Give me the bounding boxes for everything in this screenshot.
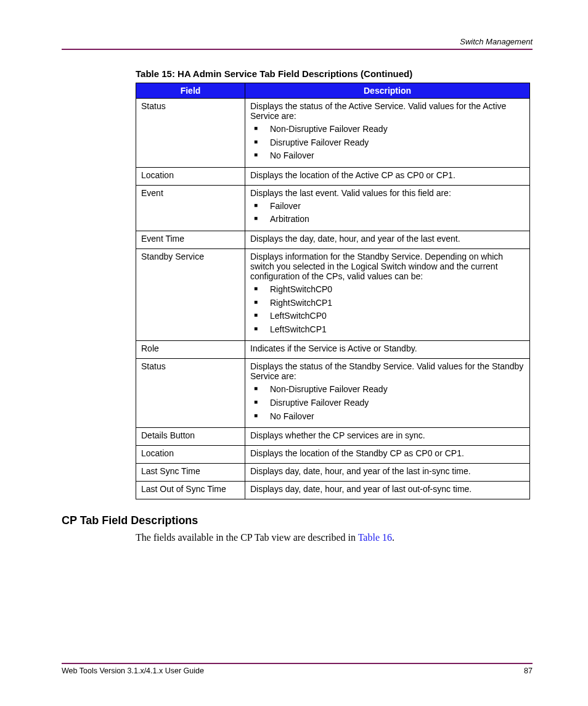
bullet-item: Disruptive Failover Ready [250, 397, 525, 409]
table-row: Details ButtonDisplays whether the CP se… [136, 428, 530, 446]
cell-field: Last Out of Sync Time [136, 482, 245, 499]
cell-description: Displays whether the CP services are in … [245, 428, 530, 446]
bullet-item: Disruptive Failover Ready [250, 137, 525, 149]
cell-field: Location [136, 446, 245, 464]
section-body-post: . [392, 532, 394, 543]
cell-description-text: Displays the last event. Valid values fo… [250, 188, 525, 198]
table-row: Last Sync TimeDisplays day, date, hour, … [136, 464, 530, 482]
cell-field: Event [136, 185, 245, 231]
table-caption: Table 15: HA Admin Service Tab Field Des… [62, 68, 533, 79]
cell-description-text: Displays information for the Standby Ser… [250, 252, 525, 281]
cell-description-text: Displays the status of the Active Servic… [250, 101, 525, 121]
cell-description-text: Displays the day, date, hour, and year o… [250, 234, 525, 244]
cell-field: Details Button [136, 428, 245, 446]
bullet-item: No Failover [250, 150, 525, 162]
table-row: StatusDisplays the status of the Active … [136, 99, 530, 168]
table-row: RoleIndicates if the Service is Active o… [136, 341, 530, 359]
th-description: Description [245, 83, 530, 99]
table-row: Last Out of Sync TimeDisplays day, date,… [136, 482, 530, 499]
bullet-item: Failover [250, 200, 525, 213]
cell-description-text: Indicates if the Service is Active or St… [250, 343, 525, 353]
cell-field: Last Sync Time [136, 464, 245, 482]
cell-description-text: Displays the location of the Standby CP … [250, 448, 525, 458]
footer-page-number: 87 [524, 667, 533, 675]
cell-description: Displays the day, date, hour, and year o… [245, 231, 530, 248]
footer-rule [62, 663, 533, 664]
bullet-item: No Failover [250, 411, 525, 423]
table-row: LocationDisplays the location of the Act… [136, 167, 530, 185]
bullet-item: Non-Disruptive Failover Ready [250, 123, 525, 136]
cell-description-text: Displays the location of the Active CP a… [250, 170, 525, 180]
page-footer: Web Tools Version 3.1.x/4.1.x User Guide… [62, 663, 533, 675]
bullet-item: Arbitration [250, 213, 525, 226]
cell-description: Indicates if the Service is Active or St… [245, 341, 530, 359]
bullet-item: RightSwitchCP0 [250, 284, 525, 296]
table-row: EventDisplays the last event. Valid valu… [136, 185, 530, 231]
cell-description-text: Displays the status of the Standby Servi… [250, 361, 525, 381]
cell-field: Status [136, 359, 245, 428]
page-header-section: Switch Management [62, 37, 533, 46]
cell-description: Displays the location of the Standby CP … [245, 446, 530, 464]
bullet-list: RightSwitchCP0RightSwitchCP1LeftSwitchCP… [250, 284, 525, 335]
bullet-item: Non-Disruptive Failover Ready [250, 384, 525, 396]
cell-description-text: Displays day, date, hour, and year of la… [250, 484, 525, 494]
cell-description: Displays day, date, hour, and year of th… [245, 464, 530, 482]
table-row: LocationDisplays the location of the Sta… [136, 446, 530, 464]
cell-field: Standby Service [136, 248, 245, 340]
cell-field: Role [136, 341, 245, 359]
ha-admin-table: Field Description StatusDisplays the sta… [136, 83, 530, 499]
footer-title: Web Tools Version 3.1.x/4.1.x User Guide [62, 667, 204, 675]
bullet-item: RightSwitchCP1 [250, 297, 525, 310]
cell-description: Displays the last event. Valid values fo… [245, 185, 530, 231]
bullet-list: FailoverArbitration [250, 200, 525, 226]
bullet-list: Non-Disruptive Failover ReadyDisruptive … [250, 384, 525, 422]
cell-field: Event Time [136, 231, 245, 248]
table-row: Standby ServiceDisplays information for … [136, 248, 530, 340]
section-body: The fields available in the CP Tab view … [136, 532, 533, 543]
section-body-pre: The fields available in the CP Tab view … [136, 532, 358, 543]
cell-description-text: Displays day, date, hour, and year of th… [250, 466, 525, 476]
cell-description: Displays the status of the Standby Servi… [245, 359, 530, 428]
table16-link[interactable]: Table 16 [358, 532, 392, 543]
cell-field: Status [136, 99, 245, 168]
header-rule [62, 49, 533, 50]
bullet-list: Non-Disruptive Failover ReadyDisruptive … [250, 123, 525, 162]
bullet-item: LeftSwitchCP1 [250, 324, 525, 336]
table-row: Event TimeDisplays the day, date, hour, … [136, 231, 530, 248]
cell-description: Displays the status of the Active Servic… [245, 99, 530, 168]
cell-description-text: Displays whether the CP services are in … [250, 430, 525, 440]
table-row: StatusDisplays the status of the Standby… [136, 359, 530, 428]
cell-description: Displays information for the Standby Ser… [245, 248, 530, 340]
section-heading: CP Tab Field Descriptions [62, 514, 533, 527]
cell-description: Displays day, date, hour, and year of la… [245, 482, 530, 499]
th-field: Field [136, 83, 245, 99]
cell-description: Displays the location of the Active CP a… [245, 167, 530, 185]
cell-field: Location [136, 167, 245, 185]
bullet-item: LeftSwitchCP0 [250, 310, 525, 322]
